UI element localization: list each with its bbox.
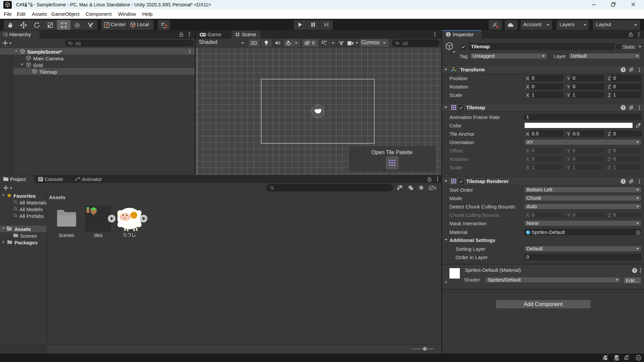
svg-text:?: ? — [622, 106, 625, 110]
svg-text:Y: Y — [324, 43, 326, 46]
svg-text:?: ? — [634, 268, 636, 273]
svg-text:?: ? — [622, 68, 625, 72]
svg-text:?: ? — [622, 179, 625, 183]
svg-text:8: 8 — [435, 186, 436, 191]
